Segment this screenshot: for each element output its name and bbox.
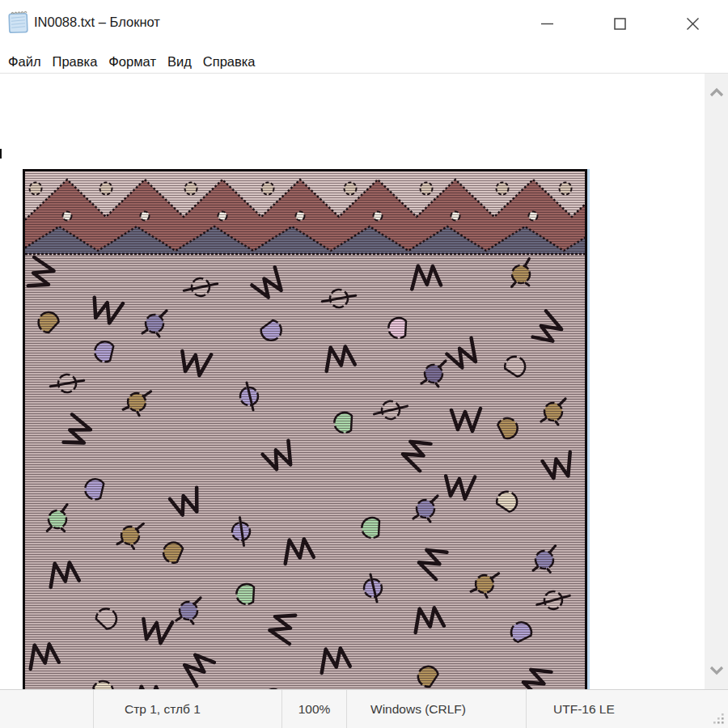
menu-item-0[interactable]: Файл (2, 54, 47, 70)
scanline-overlay (25, 171, 585, 722)
maximize-icon (612, 16, 628, 32)
title-bar[interactable]: IN0088.txt – Блокнот (0, 0, 728, 47)
menu-bar: ФайлПравкаФорматВидСправка (0, 50, 728, 73)
status-cell-3: Windows (CRLF) (346, 690, 526, 728)
chevron-up-icon (709, 87, 725, 97)
decorative-pattern (25, 171, 585, 722)
menu-item-2[interactable]: Формат (103, 54, 162, 70)
status-cell-2: 100% (281, 690, 346, 728)
close-icon (685, 16, 700, 32)
resize-grip-icon[interactable] (712, 712, 725, 725)
status-cell-1: Стр 1, стлб 1 (93, 690, 281, 728)
menu-item-3[interactable]: Вид (162, 54, 197, 70)
menu-item-1[interactable]: Правка (47, 54, 104, 70)
scroll-up-button[interactable] (705, 78, 728, 106)
minimize-button[interactable] (522, 8, 572, 39)
chevron-down-icon (709, 666, 725, 675)
vertical-scrollbar[interactable] (705, 74, 728, 689)
ascii-art-block (23, 169, 587, 725)
menu-item-4[interactable]: Справка (197, 54, 261, 70)
window-title: IN0088.txt – Блокнот (34, 15, 160, 30)
text-caret (0, 149, 2, 159)
minimize-icon (540, 16, 555, 32)
maximize-button[interactable] (595, 8, 645, 39)
close-button[interactable] (667, 8, 717, 39)
notepad-window: { "window": { "title": "IN0088.txt – Бло… (0, 0, 728, 728)
status-cell-0 (0, 690, 93, 728)
notepad-icon (7, 11, 29, 34)
scroll-down-button[interactable] (705, 657, 728, 684)
status-bar: Стр 1, стлб 1100%Windows (CRLF)UTF-16 LE (0, 689, 728, 728)
status-cell-4: UTF-16 LE (526, 690, 702, 728)
edit-area[interactable] (0, 74, 705, 689)
